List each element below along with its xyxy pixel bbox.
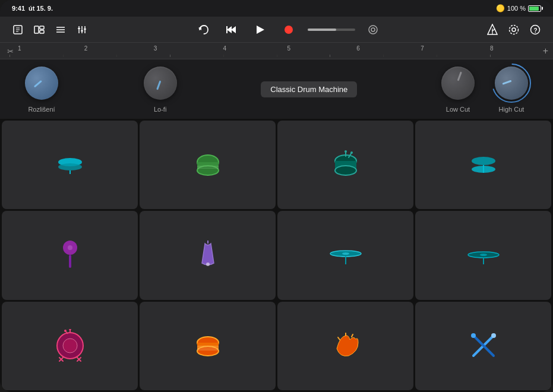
lowcut-label: Low Cut	[446, 106, 470, 113]
svg-point-23	[371, 28, 375, 31]
svg-point-57	[342, 252, 349, 255]
svg-point-27	[512, 28, 516, 31]
lowcut-knob-container[interactable]	[440, 65, 476, 101]
pad-tom-teal[interactable]	[277, 121, 413, 209]
highcut-knob-container[interactable]	[494, 65, 529, 101]
hihat-open-icon	[469, 156, 498, 174]
pad-snare-orange[interactable]	[140, 302, 276, 390]
cymbal-2-icon	[466, 246, 501, 264]
instrument-name-label: Classic Drum Machine	[261, 81, 357, 97]
battery-fill	[529, 7, 539, 11]
highcut-indicator	[502, 80, 511, 85]
time-label: 9:41	[12, 5, 25, 12]
svg-line-78	[352, 334, 353, 337]
clap-icon	[331, 331, 361, 361]
lofi-label: Lo-fi	[154, 106, 166, 113]
record-button[interactable]	[279, 20, 298, 39]
cowbell-icon	[196, 241, 220, 270]
status-right: 🟡 100 %	[496, 4, 541, 12]
lofi-knob-container[interactable]	[143, 65, 178, 101]
ruler-mark-1: 1	[18, 45, 21, 52]
new-track-icon[interactable]	[10, 21, 26, 38]
toolbar-center	[95, 20, 479, 39]
svg-point-47	[472, 157, 495, 165]
svg-point-82	[491, 333, 496, 338]
svg-point-33	[58, 163, 82, 170]
volume-knob-icon[interactable]	[365, 21, 381, 38]
main-content: Rozlišení Lo-fi Classic Drum Machine	[0, 59, 553, 392]
snare-orange-icon	[193, 331, 223, 361]
svg-point-21	[285, 26, 293, 34]
hihat-closed-icon	[55, 156, 85, 174]
lowcut-indicator	[457, 71, 462, 81]
pad-sticks[interactable]	[415, 302, 551, 390]
rozliseni-knob-container[interactable]	[24, 65, 59, 101]
sticks-icon	[469, 331, 498, 361]
ruler-mark-7: 7	[421, 45, 424, 52]
highcut-knob[interactable]	[495, 67, 528, 100]
wifi-icon: 🟡	[496, 4, 505, 12]
lowcut-knob[interactable]	[441, 67, 475, 100]
settings-icon[interactable]	[505, 21, 522, 38]
pad-clap[interactable]	[277, 302, 413, 390]
svg-point-46	[350, 151, 353, 154]
ruler-mark-3: 3	[154, 45, 157, 52]
play-button[interactable]	[251, 20, 270, 39]
timeline: ✂ 1 2 3 4 5 6 7 8 +	[0, 43, 553, 59]
status-bar: 9:41 út 15. 9. 🟡 100 %	[0, 0, 553, 17]
svg-point-83	[471, 333, 476, 338]
metronome-icon[interactable]	[484, 21, 501, 38]
toolbar: ?	[0, 17, 553, 43]
pad-kick[interactable]	[2, 302, 138, 390]
svg-point-52	[68, 245, 72, 250]
ruler-marks: 1 2 3 4 5 6 7 8	[10, 45, 543, 57]
layers-icon[interactable]	[31, 21, 48, 38]
volume-slider[interactable]	[308, 29, 355, 31]
help-icon[interactable]: ?	[527, 21, 543, 38]
pad-hihat-closed[interactable]	[2, 121, 138, 209]
highcut-knob-group: High Cut	[494, 65, 529, 113]
undo-button[interactable]	[194, 20, 213, 39]
rozliseni-knob-group: Rozlišení	[24, 65, 59, 113]
pad-cowbell[interactable]	[140, 211, 276, 299]
ruler-mark-6: 6	[356, 45, 360, 52]
status-time: 9:41 út 15. 9.	[12, 5, 53, 12]
svg-line-79	[338, 337, 340, 340]
svg-marker-17	[231, 26, 236, 33]
svg-rect-6	[40, 30, 44, 33]
lofi-knob[interactable]	[144, 67, 177, 100]
svg-text:?: ?	[534, 27, 538, 33]
right-knobs-group: Low Cut High Cut	[440, 65, 529, 113]
svg-point-42	[335, 166, 356, 175]
rozliseni-knob[interactable]	[25, 67, 58, 100]
pad-cymbal-1[interactable]	[277, 211, 413, 299]
ruler-mark-5: 5	[287, 45, 290, 52]
svg-point-28	[510, 25, 519, 34]
pad-shaker[interactable]	[2, 211, 138, 299]
rozliseni-label: Rozlišení	[28, 106, 55, 113]
knobs-section: Rozlišení Lo-fi Classic Drum Machine	[0, 59, 553, 119]
lofi-knob-group: Lo-fi	[143, 65, 178, 113]
pad-grid	[0, 119, 553, 392]
add-track-button[interactable]: +	[543, 46, 548, 56]
svg-rect-19	[226, 26, 227, 33]
lowcut-knob-group: Low Cut	[440, 65, 476, 113]
svg-point-53	[206, 263, 210, 266]
svg-point-60	[480, 254, 487, 256]
mixer-icon[interactable]	[74, 21, 90, 38]
rewind-button[interactable]	[222, 20, 241, 39]
pad-snare-green[interactable]	[140, 121, 276, 209]
svg-marker-18	[227, 26, 232, 33]
pad-hihat-open[interactable]	[415, 121, 551, 209]
ruler-mark-2: 2	[84, 45, 88, 52]
svg-marker-20	[257, 26, 264, 34]
svg-point-45	[345, 150, 347, 153]
svg-point-22	[369, 26, 377, 34]
rozliseni-indicator	[34, 80, 42, 88]
shaker-icon	[58, 241, 82, 270]
svg-point-70	[63, 339, 77, 353]
pad-cymbal-2[interactable]	[415, 211, 551, 299]
svg-rect-5	[40, 26, 44, 29]
list-icon[interactable]	[52, 21, 69, 38]
ruler-mark-4: 4	[223, 45, 227, 52]
